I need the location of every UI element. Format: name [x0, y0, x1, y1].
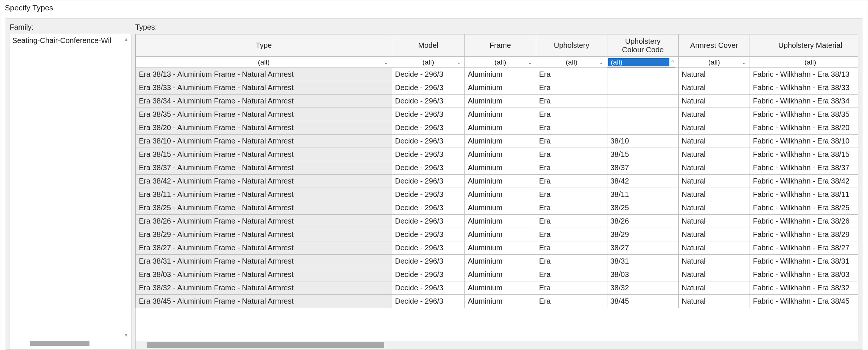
cell-model[interactable]: Decide - 296/3 — [392, 201, 465, 215]
filter-type[interactable]: (all)⌄ — [136, 57, 392, 68]
cell-mat[interactable]: Fabric - Wilkhahn - Era 38/27 — [750, 241, 858, 255]
cell-uph[interactable]: Era — [536, 295, 607, 308]
cell-arm[interactable]: Natural — [679, 281, 750, 295]
cell-uph[interactable]: Era — [536, 228, 607, 241]
col-header-upholstery[interactable]: Upholstery — [536, 34, 607, 57]
cell-type[interactable]: Era 38/31 - Aluminium Frame - Natural Ar… — [136, 255, 392, 268]
cell-frame[interactable]: Aluminium — [465, 161, 536, 175]
cell-mat[interactable]: Fabric - Wilkhahn - Era 38/37 — [750, 161, 858, 175]
cell-mat[interactable]: Fabric - Wilkhahn - Era 38/31 — [750, 255, 858, 268]
cell-model[interactable]: Decide - 296/3 — [392, 135, 465, 148]
cell-frame[interactable]: Aluminium — [465, 255, 536, 268]
cell-type[interactable]: Era 38/29 - Aluminium Frame - Natural Ar… — [136, 228, 392, 241]
cell-arm[interactable]: Natural — [679, 108, 750, 121]
cell-uph[interactable]: Era — [536, 175, 607, 188]
cell-type[interactable]: Era 38/03 - Aluminium Frame - Natural Ar… — [136, 268, 392, 281]
cell-mat[interactable]: Fabric - Wilkhahn - Era 38/20 — [750, 121, 858, 135]
cell-type[interactable]: Era 38/25 - Aluminium Frame - Natural Ar… — [136, 201, 392, 215]
cell-frame[interactable]: Aluminium — [465, 281, 536, 295]
table-row[interactable]: Era 38/27 - Aluminium Frame - Natural Ar… — [136, 241, 858, 255]
filter-frame[interactable]: (all)⌄ — [465, 57, 536, 68]
cell-arm[interactable]: Natural — [679, 81, 750, 95]
cell-arm[interactable]: Natural — [679, 95, 750, 108]
cell-model[interactable]: Decide - 296/3 — [392, 188, 465, 201]
cell-type[interactable]: Era 38/37 - Aluminium Frame - Natural Ar… — [136, 161, 392, 175]
cell-mat[interactable]: Fabric - Wilkhahn - Era 38/25 — [750, 201, 858, 215]
types-hscrollbar[interactable] — [136, 341, 858, 349]
cell-code[interactable]: 38/37 — [607, 161, 679, 175]
cell-frame[interactable]: Aluminium — [465, 241, 536, 255]
cell-mat[interactable]: Fabric - Wilkhahn - Era 38/33 — [750, 81, 858, 95]
cell-mat[interactable]: Fabric - Wilkhahn - Era 38/10 — [750, 135, 858, 148]
cell-code[interactable] — [607, 95, 679, 108]
cell-mat[interactable]: Fabric - Wilkhahn - Era 38/45 — [750, 295, 858, 308]
cell-model[interactable]: Decide - 296/3 — [392, 148, 465, 161]
cell-frame[interactable]: Aluminium — [465, 268, 536, 281]
cell-uph[interactable]: Era — [536, 108, 607, 121]
cell-code[interactable]: 38/32 — [607, 281, 679, 295]
cell-model[interactable]: Decide - 296/3 — [392, 281, 465, 295]
col-header-type[interactable]: Type — [136, 34, 392, 57]
cell-mat[interactable]: Fabric - Wilkhahn - Era 38/15 — [750, 148, 858, 161]
cell-code[interactable]: 38/03 — [607, 268, 679, 281]
cell-frame[interactable]: Aluminium — [465, 215, 536, 228]
scroll-up-icon[interactable]: ▲ — [123, 36, 130, 43]
table-row[interactable]: Era 38/13 - Aluminium Frame - Natural Ar… — [136, 68, 858, 81]
cell-code[interactable]: 38/26 — [607, 215, 679, 228]
table-row[interactable]: Era 38/45 - Aluminium Frame - Natural Ar… — [136, 295, 858, 308]
cell-code[interactable]: 38/11 — [607, 188, 679, 201]
dropdown-scrollbar[interactable] — [666, 67, 675, 68]
cell-arm[interactable]: Natural — [679, 255, 750, 268]
cell-model[interactable]: Decide - 296/3 — [392, 255, 465, 268]
cell-arm[interactable]: Natural — [679, 188, 750, 201]
table-row[interactable]: Era 38/32 - Aluminium Frame - Natural Ar… — [136, 281, 858, 295]
cell-frame[interactable]: Aluminium — [465, 201, 536, 215]
cell-frame[interactable]: Aluminium — [465, 295, 536, 308]
cell-code[interactable] — [607, 121, 679, 135]
table-row[interactable]: Era 38/42 - Aluminium Frame - Natural Ar… — [136, 175, 858, 188]
cell-frame[interactable]: Aluminium — [465, 95, 536, 108]
cell-frame[interactable]: Aluminium — [465, 148, 536, 161]
table-row[interactable]: Era 38/26 - Aluminium Frame - Natural Ar… — [136, 215, 858, 228]
cell-code[interactable]: 38/29 — [607, 228, 679, 241]
cell-type[interactable]: Era 38/27 - Aluminium Frame - Natural Ar… — [136, 241, 392, 255]
cell-arm[interactable]: Natural — [679, 268, 750, 281]
cell-mat[interactable]: Fabric - Wilkhahn - Era 38/42 — [750, 175, 858, 188]
cell-arm[interactable]: Natural — [679, 295, 750, 308]
cell-arm[interactable]: Natural — [679, 161, 750, 175]
scroll-down-icon[interactable]: ▼ — [123, 331, 130, 339]
cell-code[interactable]: 38/45 — [607, 295, 679, 308]
col-header-frame[interactable]: Frame — [465, 34, 536, 57]
cell-code[interactable] — [607, 68, 679, 81]
table-row[interactable]: Era 38/25 - Aluminium Frame - Natural Ar… — [136, 201, 858, 215]
cell-arm[interactable]: Natural — [679, 68, 750, 81]
cell-type[interactable]: Era 38/13 - Aluminium Frame - Natural Ar… — [136, 68, 392, 81]
cell-frame[interactable]: Aluminium — [465, 81, 536, 95]
cell-frame[interactable]: Aluminium — [465, 228, 536, 241]
cell-type[interactable]: Era 38/45 - Aluminium Frame - Natural Ar… — [136, 295, 392, 308]
cell-type[interactable]: Era 38/42 - Aluminium Frame - Natural Ar… — [136, 175, 392, 188]
col-header-material[interactable]: Upholstery Material — [750, 34, 858, 57]
cell-arm[interactable]: Natural — [679, 175, 750, 188]
table-row[interactable]: Era 38/31 - Aluminium Frame - Natural Ar… — [136, 255, 858, 268]
family-item[interactable]: Seating-Chair-Conference-Wil — [10, 34, 131, 47]
cell-uph[interactable]: Era — [536, 148, 607, 161]
cell-uph[interactable]: Era — [536, 95, 607, 108]
family-list[interactable]: Seating-Chair-Conference-Wil ▲ ▼ — [10, 34, 131, 349]
table-row[interactable]: Era 38/11 - Aluminium Frame - Natural Ar… — [136, 188, 858, 201]
col-header-colour-code[interactable]: UpholsteryColour Code — [607, 34, 679, 57]
cell-arm[interactable]: Natural — [679, 201, 750, 215]
cell-uph[interactable]: Era — [536, 161, 607, 175]
cell-code[interactable]: 38/25 — [607, 201, 679, 215]
cell-mat[interactable]: Fabric - Wilkhahn - Era 38/03 — [750, 268, 858, 281]
cell-model[interactable]: Decide - 296/3 — [392, 295, 465, 308]
cell-type[interactable]: Era 38/10 - Aluminium Frame - Natural Ar… — [136, 135, 392, 148]
cell-model[interactable]: Decide - 296/3 — [392, 228, 465, 241]
table-row[interactable]: Era 38/29 - Aluminium Frame - Natural Ar… — [136, 228, 858, 241]
colour-code-dropdown[interactable]: (all)38/0338/1038/1138/1338/14 — [607, 67, 675, 68]
cell-model[interactable]: Decide - 296/3 — [392, 121, 465, 135]
cell-code[interactable]: 38/31 — [607, 255, 679, 268]
cell-type[interactable]: Era 38/34 - Aluminium Frame - Natural Ar… — [136, 95, 392, 108]
cell-uph[interactable]: Era — [536, 121, 607, 135]
cell-arm[interactable]: Natural — [679, 135, 750, 148]
